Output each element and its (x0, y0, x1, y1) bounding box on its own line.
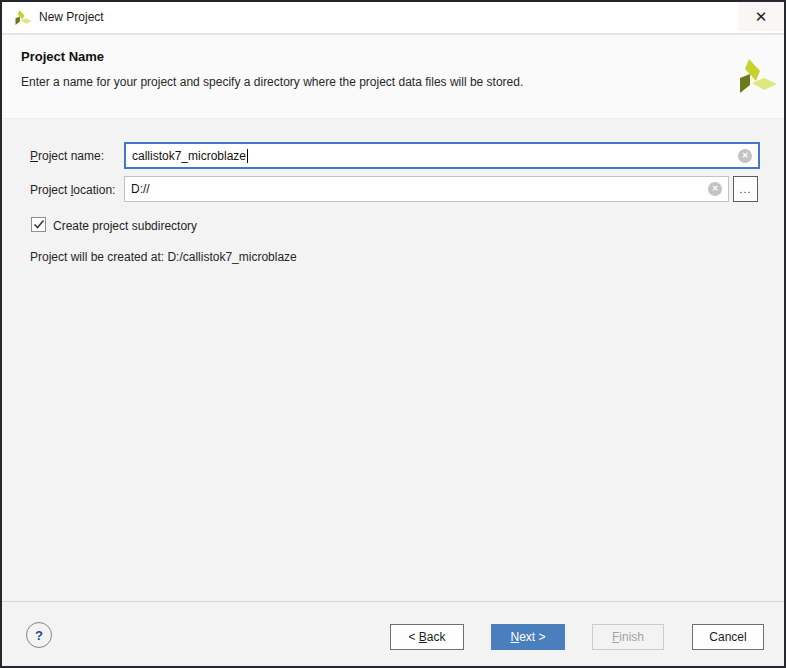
new-project-dialog: New Project ✕ Project Name Enter a name … (0, 0, 786, 668)
text-caret (247, 149, 248, 163)
project-name-input[interactable]: callistok7_microblaze ✕ (124, 142, 760, 169)
window-title: New Project (39, 10, 104, 24)
ellipsis-icon: ... (739, 183, 751, 195)
next-button[interactable]: Next > (491, 624, 565, 650)
create-subdir-label: Create project subdirectory (53, 219, 197, 233)
project-location-value: D:// (131, 182, 150, 196)
close-icon: ✕ (755, 8, 768, 26)
footer-divider (2, 601, 784, 602)
project-location-label: Project location: (30, 183, 115, 197)
help-button[interactable]: ? (26, 622, 52, 648)
create-subdir-checkbox[interactable] (31, 217, 46, 232)
clear-icon[interactable]: ✕ (738, 149, 752, 163)
xilinx-logo-icon (739, 56, 777, 94)
finish-button[interactable]: Finish (592, 624, 664, 650)
project-name-value: callistok7_microblaze (132, 149, 246, 163)
wizard-header: Project Name Enter a name for your proje… (2, 35, 784, 119)
title-bar: New Project ✕ (2, 2, 784, 35)
browse-button[interactable]: ... (733, 176, 758, 202)
clear-icon[interactable]: ✕ (708, 182, 722, 196)
cancel-button[interactable]: Cancel (692, 624, 764, 650)
vivado-logo-icon (15, 9, 32, 25)
page-description: Enter a name for your project and specif… (21, 75, 523, 89)
back-button[interactable]: < Back (390, 624, 464, 650)
page-title: Project Name (21, 49, 104, 64)
project-location-input[interactable]: D:// ✕ (124, 176, 729, 202)
close-button[interactable]: ✕ (738, 2, 784, 31)
check-icon (33, 219, 45, 230)
question-mark-icon: ? (35, 628, 43, 643)
project-name-label: Project name: (30, 149, 104, 163)
created-at-text: Project will be created at: D:/callistok… (30, 250, 297, 264)
